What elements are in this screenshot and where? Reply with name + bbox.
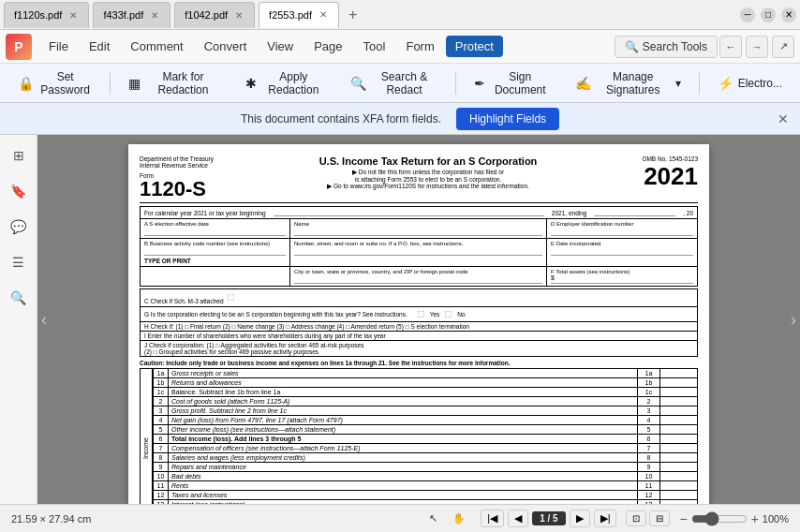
maximize-button[interactable]: □	[761, 7, 776, 22]
toolbar-separator-3	[699, 72, 700, 95]
table-row: 9 Repairs and maintenance 9	[154, 463, 698, 472]
zoom-out-button[interactable]: −	[679, 511, 687, 526]
sidebar-home-icon[interactable]: ⊞	[6, 142, 32, 169]
sidebar: ⊞ 🔖 💬 ☰ 🔍	[0, 135, 37, 504]
menu-protect[interactable]: Protect	[446, 36, 503, 57]
add-tab-button[interactable]: +	[343, 5, 363, 25]
page-indicator: 1 / 5	[532, 511, 565, 525]
form-dept2: Internal Revenue Service	[140, 162, 252, 169]
form-subtitle1: ▶ Do not file this form unless the corpo…	[259, 169, 597, 176]
tab-f1120s[interactable]: f1120s.pdf ✕	[4, 2, 89, 28]
apply-redaction-button[interactable]: ✱ Apply Redaction	[235, 65, 336, 102]
search-tools-button[interactable]: 🔍 Search Tools	[615, 36, 718, 58]
table-row: 13 Interest (see instructions) 13	[154, 500, 698, 505]
form-subtitle3: ▶ Go to www.irs.gov/Form1120S for instru…	[259, 183, 597, 190]
fit-width-button[interactable]: ⊟	[649, 510, 670, 526]
form-number: 1120-S	[140, 179, 252, 200]
fit-page-button[interactable]: ⊡	[626, 510, 646, 526]
field-b-label: B Business activity code number (see ins…	[144, 241, 286, 246]
sidebar-bookmark-icon[interactable]: 🔖	[6, 178, 32, 204]
zoom-level: 100%	[763, 513, 789, 525]
sign-document-button[interactable]: ✒ Sign Document	[464, 65, 561, 102]
table-row: 10 Bad debts 10	[154, 472, 698, 481]
zoom-controls: − + 100%	[679, 511, 789, 526]
forward-button[interactable]: →	[746, 36, 768, 58]
menu-bar: P File Edit Comment Convert View Page To…	[0, 30, 800, 64]
menu-page[interactable]: Page	[304, 36, 351, 57]
back-button[interactable]: ←	[719, 36, 742, 58]
zoom-in-button[interactable]: +	[751, 511, 759, 526]
tab-close-f433f[interactable]: ✕	[149, 10, 160, 21]
page-nav-left-arrow[interactable]: ‹	[41, 310, 47, 330]
search-redact-button[interactable]: 🔍 Search & Redact	[340, 65, 448, 102]
external-link-button[interactable]: ↗	[772, 36, 794, 58]
menu-tool[interactable]: Tool	[354, 36, 395, 57]
question-g-yes-checkbox[interactable]	[417, 311, 424, 318]
dropdown-arrow-icon: ▾	[675, 77, 681, 90]
tab-f2553[interactable]: f2553.pdf ✕	[259, 2, 339, 28]
sidebar-layers-icon[interactable]: ☰	[6, 249, 32, 275]
next-page-button[interactable]: ▶	[570, 510, 590, 527]
tab-label: f2553.pdf	[269, 9, 312, 21]
table-row: 12 Taxes and licenses 12	[154, 491, 698, 500]
last-page-button[interactable]: ▶|	[594, 510, 617, 527]
electronic-button[interactable]: ⚡ Electro...	[707, 70, 793, 96]
info-banner: This document contains XFA form fields. …	[0, 103, 800, 135]
question-j2-label: (2) □ Grouped activities for section 469…	[144, 348, 693, 355]
table-row: 6 Total income (loss). Add lines 3 throu…	[154, 435, 698, 444]
menu-file[interactable]: File	[39, 36, 78, 57]
mark-redaction-button[interactable]: ▦ Mark for Redaction	[118, 65, 231, 102]
field-c-checkbox[interactable]	[228, 294, 235, 302]
question-g-yes-label: Yes	[430, 311, 440, 318]
tab-close-f1042[interactable]: ✕	[233, 10, 244, 21]
document-scroll[interactable]: Department of the Treasury Internal Reve…	[37, 135, 800, 504]
menu-form[interactable]: Form	[396, 36, 443, 57]
calendar-year-end: 2021, ending	[552, 210, 587, 216]
table-row: 1a Gross receipts or sales 1a	[154, 369, 698, 378]
highlight-fields-button[interactable]: Highlight Fields	[456, 108, 559, 130]
menu-comment[interactable]: Comment	[121, 36, 192, 57]
banner-close-button[interactable]: ✕	[778, 111, 789, 126]
search-redact-icon: 🔍	[350, 76, 366, 91]
question-g-no-checkbox[interactable]	[445, 311, 452, 318]
toolbar-separator	[110, 72, 111, 95]
tab-label: f1042.pdf	[185, 9, 228, 21]
first-page-button[interactable]: |◀	[481, 510, 504, 527]
redact-mark-icon: ▦	[128, 76, 141, 91]
prev-page-button[interactable]: ◀	[508, 510, 528, 527]
banner-message: This document contains XFA form fields.	[241, 112, 441, 126]
page-nav-right-arrow[interactable]: ›	[791, 310, 796, 330]
zoom-slider[interactable]	[691, 511, 748, 526]
minimize-button[interactable]: ─	[740, 7, 755, 22]
tab-close-f1120s[interactable]: ✕	[67, 10, 79, 21]
close-button[interactable]: ✕	[781, 7, 796, 22]
manage-signatures-button[interactable]: ✍ Manage Signatures ▾	[565, 65, 691, 102]
caution-text: Caution: Include only trade or business …	[140, 360, 698, 366]
redact-apply-icon: ✱	[245, 76, 257, 91]
fit-buttons: ⊡ ⊟	[626, 510, 670, 526]
sidebar-search-icon[interactable]: 🔍	[6, 285, 32, 311]
hand-tool[interactable]: ✋	[447, 510, 471, 526]
tab-f1042[interactable]: f1042.pdf ✕	[174, 2, 255, 28]
sidebar-comment-icon[interactable]: 💬	[6, 214, 32, 240]
select-tool[interactable]: ↖	[423, 510, 443, 526]
question-g-no-label: No	[457, 311, 465, 318]
field-c-label: C Check if Sch. M-3 attached	[144, 298, 224, 304]
menu-convert[interactable]: Convert	[195, 36, 257, 57]
menu-view[interactable]: View	[258, 36, 303, 57]
window-controls: ─ □ ✕	[740, 7, 796, 22]
set-password-button[interactable]: 🔒 Set Password	[7, 65, 102, 102]
status-bar: 21.59 × 27.94 cm ↖ ✋ |◀ ◀ 1 / 5 ▶ ▶| ⊡ ⊟…	[0, 504, 800, 532]
search-icon: 🔍	[625, 40, 639, 53]
table-row: 11 Rents 11	[154, 481, 698, 491]
menu-edit[interactable]: Edit	[80, 36, 119, 57]
document-area: ‹ Department of the Treasury Internal Re…	[37, 135, 800, 504]
table-row: 1c Balance. Subtract line 1b from line 1…	[154, 388, 698, 397]
calendar-year-end2: , 20	[683, 210, 693, 216]
title-bar: f1120s.pdf ✕ f433f.pdf ✕ f1042.pdf ✕ f25…	[0, 0, 800, 30]
question-h-label: H Check if: (1) □ Final return (2) □ Nam…	[144, 323, 469, 330]
sign-icon: ✒	[474, 76, 485, 91]
form-omb: OMB No. 1545-0123	[604, 155, 698, 162]
tab-f433f[interactable]: f433f.pdf ✕	[93, 2, 170, 28]
tab-close-f2553[interactable]: ✕	[318, 9, 329, 20]
